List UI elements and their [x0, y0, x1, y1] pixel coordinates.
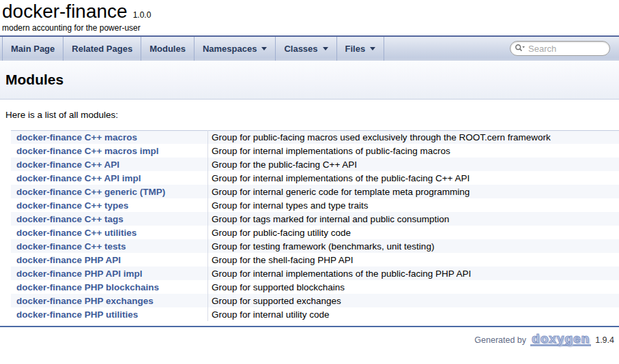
main-nav-bar: Main Page Related Pages Modules Namespac…	[0, 35, 619, 61]
tab-namespaces-label: Namespaces	[203, 44, 257, 54]
table-row: docker-finance C++ API Group for the pub…	[11, 157, 619, 171]
tab-modules-label: Modules	[149, 44, 186, 54]
modules-table: docker-finance C++ macros Group for publ…	[11, 130, 619, 322]
tab-classes-label: Classes	[284, 44, 317, 54]
contents: Here is a list of all modules: docker-fi…	[0, 110, 619, 322]
tab-main-page[interactable]: Main Page	[2, 37, 63, 61]
module-desc: Group for internal implementations of th…	[208, 171, 619, 185]
module-link[interactable]: docker-finance PHP utilities	[16, 309, 138, 320]
table-row: docker-finance PHP API impl Group for in…	[11, 267, 619, 280]
module-link[interactable]: docker-finance C++ API impl	[16, 173, 141, 183]
module-link[interactable]: docker-finance PHP API	[16, 255, 121, 265]
module-link[interactable]: docker-finance C++ tags	[16, 214, 124, 224]
module-desc: Group for public-facing macros used excl…	[208, 130, 619, 144]
module-link[interactable]: docker-finance PHP API impl	[16, 269, 143, 279]
table-row: docker-finance C++ macros Group for publ…	[11, 130, 619, 144]
table-row: docker-finance PHP exchanges Group for s…	[11, 294, 619, 307]
intro-text: Here is a list of all modules:	[5, 110, 619, 120]
module-link[interactable]: docker-finance C++ macros	[16, 132, 137, 142]
table-row: docker-finance C++ generic (TMP) Group f…	[11, 185, 619, 198]
module-link[interactable]: docker-finance C++ API	[16, 160, 119, 170]
search-icon[interactable]	[515, 44, 526, 53]
module-desc: Group for public-facing utility code	[208, 226, 619, 239]
chevron-down-icon	[323, 47, 328, 50]
doxygen-logo[interactable]: doxygen	[530, 333, 591, 346]
table-row: docker-finance C++ types Group for inter…	[11, 198, 619, 212]
project-version: 1.0.0	[133, 10, 152, 20]
tab-related-pages-label: Related Pages	[72, 44, 132, 54]
tab-classes[interactable]: Classes	[276, 37, 336, 61]
module-desc: Group for the public-facing C++ API	[208, 157, 619, 171]
table-row: docker-finance PHP API Group for the she…	[11, 253, 619, 267]
project-brief: modern accounting for the power-user	[2, 23, 619, 33]
module-link[interactable]: docker-finance C++ types	[16, 200, 128, 211]
module-link[interactable]: docker-finance C++ utilities	[16, 228, 136, 238]
chevron-down-icon	[261, 47, 267, 50]
table-row: docker-finance C++ API impl Group for in…	[11, 171, 619, 185]
page-title: Modules	[5, 72, 619, 88]
tab-modules[interactable]: Modules	[141, 37, 195, 61]
table-row: docker-finance PHP utilities Group for i…	[11, 307, 619, 321]
tab-main-page-label: Main Page	[11, 44, 55, 54]
module-link[interactable]: docker-finance C++ generic (TMP)	[16, 187, 165, 197]
table-row: docker-finance C++ utilities Group for p…	[11, 226, 619, 239]
doxygen-version: 1.9.4	[595, 335, 614, 345]
page-header: Modules	[0, 61, 619, 100]
title-area: docker-finance1.0.0 modern accounting fo…	[0, 0, 619, 33]
project-name: docker-finance1.0.0	[2, 1, 619, 22]
search-input[interactable]	[528, 44, 605, 54]
chevron-down-icon	[370, 47, 375, 50]
module-desc: Group for internal implementations of th…	[208, 267, 619, 280]
module-desc: Group for supported exchanges	[208, 294, 619, 307]
table-row: docker-finance C++ tests Group for testi…	[11, 239, 619, 253]
table-row: docker-finance C++ macros impl Group for…	[11, 144, 619, 157]
module-link[interactable]: docker-finance C++ macros impl	[16, 146, 159, 156]
generated-by-text: Generated by	[474, 335, 526, 345]
module-link[interactable]: docker-finance C++ tests	[16, 241, 126, 252]
tab-related-pages[interactable]: Related Pages	[63, 37, 141, 61]
table-row: docker-finance PHP blockchains Group for…	[11, 280, 619, 294]
search-container	[510, 41, 610, 56]
module-desc: Group for tags marked for internal and p…	[208, 212, 619, 226]
table-row: docker-finance C++ tags Group for tags m…	[11, 212, 619, 226]
module-desc: Group for internal implementations of pu…	[208, 144, 619, 157]
tab-files[interactable]: Files	[337, 37, 385, 61]
module-desc: Group for supported blockchains	[208, 280, 619, 294]
footer: Generated by doxygen 1.9.4	[0, 327, 619, 346]
tab-files-label: Files	[345, 44, 366, 54]
module-link[interactable]: docker-finance PHP exchanges	[16, 296, 154, 306]
search-box[interactable]	[510, 41, 610, 56]
project-name-text: docker-finance	[2, 1, 128, 22]
tab-namespaces[interactable]: Namespaces	[195, 37, 276, 61]
module-desc: Group for internal utility code	[208, 307, 619, 321]
module-link[interactable]: docker-finance PHP blockchains	[16, 282, 159, 292]
module-desc: Group for internal generic code for temp…	[208, 185, 619, 198]
module-desc: Group for internal types and type traits	[208, 198, 619, 212]
module-desc: Group for testing framework (benchmarks,…	[208, 239, 619, 253]
module-desc: Group for the shell-facing PHP API	[208, 253, 619, 267]
